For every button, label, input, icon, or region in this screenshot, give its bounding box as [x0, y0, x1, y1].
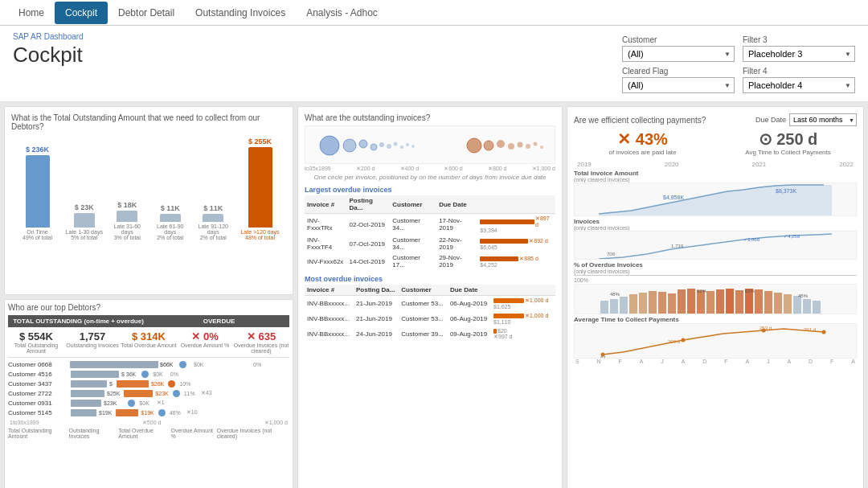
cust-row-2722: Customer 2722 $25K $23K 11% ✕43	[8, 390, 289, 397]
kpi-total-outstanding: $ 554K Total Outstanding Amount	[8, 330, 64, 354]
kpi-overdue-pct-debtors: ✕ 0% Overdue Amount %	[177, 330, 233, 354]
debtors-kpi-row: $ 554K Total Outstanding Amount 1,757 Ou…	[8, 327, 289, 358]
svg-point-10	[467, 138, 481, 153]
svg-rect-26	[620, 297, 628, 314]
due-date-filter-select[interactable]: Last 60 months	[789, 113, 857, 126]
svg-rect-29	[649, 291, 657, 314]
bubble-chart	[305, 125, 555, 164]
svg-point-3	[371, 144, 377, 150]
outstanding-panel-title: What is the Total Outstanding Amount tha…	[11, 113, 286, 131]
filter3-select[interactable]: Placeholder 3	[743, 46, 855, 62]
total-invoice-chart: Total Invoice Amount (only cleared invoi…	[574, 170, 857, 216]
svg-rect-24	[600, 301, 608, 314]
bar-late-60: $ 18K Late 31-60 days3% of total	[108, 201, 147, 240]
cust-0668-bar1	[70, 361, 158, 368]
svg-point-9	[411, 145, 415, 148]
debtors-axis: 1to30x1899✕500 d✕1,000 d	[8, 420, 289, 426]
bar-on-time: $ 236K On Time49% of total	[14, 146, 60, 240]
svg-text:✓4,259: ✓4,259	[784, 234, 800, 239]
svg-point-5	[387, 144, 391, 149]
svg-rect-36	[716, 289, 724, 314]
kpi-avg-time: ⊙ 250 d Avg Time to Collect Payments	[719, 129, 857, 156]
cust-row-5145: Customer 5145 $19K $19K 46% ✕10	[8, 409, 289, 416]
cust-row-0931: Customer 0931 $23K $0K ✕1	[8, 400, 289, 407]
outstanding-invoices-panel: What are the outstanding invoices?	[297, 106, 563, 488]
svg-point-8	[406, 143, 409, 146]
most-overdue-row-2: INV-BBxxxxx... 21-Jun-2019 Customer 53..…	[305, 311, 555, 326]
svg-rect-25	[610, 299, 618, 314]
bar-late-120: $ 11K Late 91-120 days2% of total	[194, 204, 233, 240]
svg-point-54	[822, 330, 826, 334]
invoices-chart: Invoices (only cleared invoices) 706 1,7…	[574, 218, 857, 260]
svg-point-14	[518, 142, 523, 148]
svg-rect-37	[726, 289, 734, 314]
bar-late-gt120: $ 255K Late >120 days48% of total	[237, 137, 283, 240]
due-date-label: Due Date	[755, 116, 786, 124]
svg-point-13	[508, 143, 514, 150]
svg-text:62%: 62%	[697, 289, 707, 293]
svg-rect-45	[803, 299, 811, 314]
tab-debtor-detail[interactable]: Debtor Detail	[108, 2, 185, 24]
svg-text:62%: 62%	[745, 289, 755, 293]
avg-collect-chart: Average Time to Collect Payments 64 209 …	[574, 316, 857, 364]
header: SAP AR Dashboard Cockpit Customer (All) …	[0, 26, 868, 102]
top-navigation: Home Cockpit Debtor Detail Outstanding I…	[0, 0, 868, 26]
filter3-label: Filter 3	[743, 35, 855, 44]
tab-home[interactable]: Home	[8, 2, 55, 24]
svg-point-17	[540, 146, 543, 149]
most-overdue-table: Invoice # Posting Da... Customer Due Dat…	[305, 285, 555, 342]
kpi-overdue-pct: ✕ 43% of invoices are paid late	[574, 129, 711, 156]
svg-text:$8,373K: $8,373K	[776, 188, 796, 194]
overdue-pct-chart: % of Overdue Invoices (only cleared invo…	[574, 261, 857, 314]
filter4-select[interactable]: Placeholder 4	[743, 77, 855, 93]
svg-text:253 d: 253 d	[760, 326, 772, 330]
debtors-panel: Who are our top Debtors? TOTAL OUTSTANDI…	[4, 299, 293, 489]
svg-point-52	[682, 338, 686, 342]
svg-rect-28	[639, 293, 647, 314]
tab-analysis-adhoc[interactable]: Analysis - Adhoc	[296, 2, 388, 24]
svg-rect-31	[668, 293, 676, 314]
efficiency-panel: Are we efficient collecting payments? Du…	[567, 106, 864, 488]
svg-rect-35	[706, 291, 714, 314]
cleared-flag-select[interactable]: (All)	[622, 77, 735, 93]
largest-inv-row-2: INV-FxxxTF4 07-Oct-2019 Customer 34... 2…	[305, 235, 555, 252]
efficiency-title: Are we efficient collecting payments?	[574, 116, 706, 125]
svg-point-6	[394, 142, 398, 146]
tab-cockpit[interactable]: Cockpit	[55, 2, 108, 24]
outstanding-amount-panel: What is the Total Outstanding Amount tha…	[4, 106, 293, 295]
kpi-overdue-amount: $ 314K Total Overdue Amount	[121, 330, 177, 354]
svg-point-15	[526, 144, 530, 149]
cust-row-3437: Customer 3437 $ $26K 10%	[8, 380, 289, 388]
most-overdue-row-1: INV-BBxxxxx... 21-Jun-2019 Customer 53..…	[305, 296, 555, 312]
debtors-title: Who are our top Debtors?	[8, 303, 289, 312]
filter-panel: Customer (All) Filter 3 Placeholder 3	[622, 35, 855, 93]
kpi-overdue-not-cleared: ✕ 635 Overdue Invoices (not cleared)	[233, 330, 289, 354]
svg-point-2	[359, 140, 367, 148]
svg-rect-40	[755, 289, 763, 314]
customer-data: Customer 0668 $66K $0K 0%	[8, 361, 289, 368]
customer-filter-select[interactable]: (All)	[622, 46, 735, 62]
debtors-col-labels: Total Outstanding Amount Outstanding Inv…	[8, 428, 289, 439]
svg-rect-30	[658, 292, 666, 314]
svg-point-4	[379, 142, 384, 147]
customer-list: Customer 4516 $ 36K $0K 0% Customer 3437…	[8, 371, 289, 416]
main-content: What is the Total Outstanding Amount tha…	[0, 102, 868, 488]
cust-0668-dot	[179, 361, 186, 368]
tab-outstanding-invoices[interactable]: Outstanding Invoices	[185, 2, 296, 24]
svg-rect-41	[764, 291, 772, 314]
svg-text:291 d: 291 d	[804, 327, 816, 332]
debtors-header-row: TOTAL OUTSTANDING (on-time + overdue) OV…	[8, 315, 289, 327]
svg-text:209 d: 209 d	[668, 339, 680, 344]
svg-text:48%: 48%	[610, 292, 620, 297]
most-overdue-title: Most overdue invoices	[305, 275, 555, 283]
efficiency-kpis: ✕ 43% of invoices are paid late ⊙ 250 d …	[574, 129, 857, 156]
svg-rect-38	[735, 290, 743, 314]
x-axis-labels: SNFAJADFAJADFA	[574, 359, 857, 364]
svg-text:64: 64	[600, 355, 606, 359]
invoices-panel-title: What are the outstanding invoices?	[305, 113, 555, 122]
kpi-outstanding-invoices: 1,757 Outstanding Invoices	[64, 330, 121, 354]
largest-inv-row-3: INV-Fxxx62x 14-Oct-2019 Customer 17... 2…	[305, 252, 555, 270]
svg-text:45%: 45%	[798, 293, 809, 298]
svg-rect-33	[687, 289, 695, 314]
svg-rect-34	[697, 290, 705, 314]
